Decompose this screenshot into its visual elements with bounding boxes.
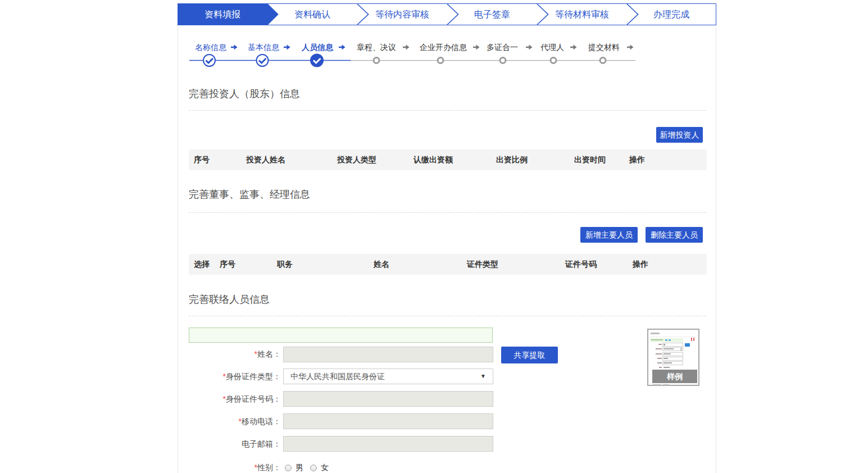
svg-text:等待内容审核: 等待内容审核 <box>375 10 429 19</box>
svg-text:电子签章: 电子签章 <box>474 10 510 19</box>
svg-text:资料确认: 资料确认 <box>294 10 330 19</box>
svg-text:资料填报: 资料填报 <box>204 10 240 19</box>
svg-text:办理完成: 办理完成 <box>653 10 689 19</box>
svg-text:等待材料审核: 等待材料审核 <box>555 10 609 19</box>
